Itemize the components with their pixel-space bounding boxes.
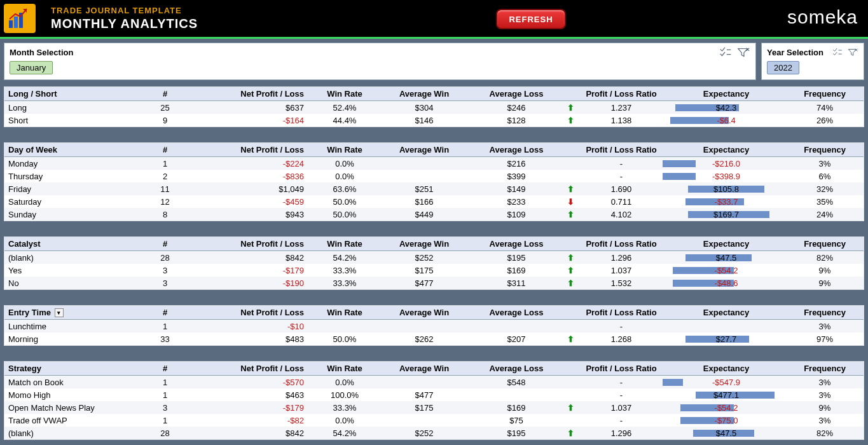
table-row[interactable]: Friday11$1,04963.6%$251$149⬆1.690$105.83… <box>4 182 864 195</box>
cell-aloss: $128 <box>472 116 561 125</box>
table-row[interactable]: Short9-$16444.4%$146$128⬆1.138-$6.426% <box>4 114 864 127</box>
cell-label: Short <box>4 116 141 125</box>
cell-freq: 26% <box>790 116 860 125</box>
multi-select-icon[interactable] <box>832 46 843 58</box>
table-row[interactable]: (blank)28$84254.2%$252$195⬆1.296$47.582% <box>4 251 864 264</box>
table-row[interactable]: Thursday2-$8360.0%$399--$398.96% <box>4 170 864 182</box>
col-pl: Profit / Loss Ratio <box>580 364 663 373</box>
col-exp: Expectancy <box>663 145 790 154</box>
month-slicer[interactable]: Month Selection January <box>4 43 756 80</box>
refresh-button[interactable]: REFRESH <box>496 9 566 29</box>
table-header: Day of Week#Net Profit / LossWin RateAve… <box>4 143 864 157</box>
table-header: Long / Short#Net Profit / LossWin RateAv… <box>4 87 864 101</box>
cell-count: 1 <box>141 159 189 168</box>
svg-rect-1 <box>14 17 18 28</box>
year-slicer[interactable]: Year Selection 2022 <box>761 43 864 80</box>
cell-win: 33.3% <box>313 278 376 288</box>
table-row[interactable]: Sunday8$94350.0%$449$109⬆4.102$169.724% <box>4 208 864 221</box>
cell-count: 33 <box>141 334 189 344</box>
col-aloss: Average Loss <box>472 364 561 373</box>
month-chip[interactable]: January <box>10 61 53 74</box>
table-row[interactable]: Monday1-$2240.0%$216--$216.03% <box>4 157 864 170</box>
cell-net: -$10 <box>189 322 313 331</box>
cell-pl: 1.296 <box>580 253 663 263</box>
col-win: Win Rate <box>313 239 376 249</box>
cell-freq: 6% <box>790 172 860 181</box>
cell-count: 9 <box>141 116 189 125</box>
cell-net: $1,049 <box>189 184 313 194</box>
cell-net: -$836 <box>189 172 313 181</box>
col-pl: Profit / Loss Ratio <box>580 145 663 154</box>
trend-up-icon: ⬆ <box>567 184 574 194</box>
cell-pl: 0.711 <box>580 197 663 207</box>
col-aloss: Average Loss <box>472 89 561 99</box>
cell-pl: - <box>580 378 663 387</box>
cell-win: 0.0% <box>313 378 376 387</box>
col-net: Net Profit / Loss <box>189 145 313 154</box>
cell-count: 3 <box>141 403 189 413</box>
col-win: Win Rate <box>313 364 376 373</box>
cell-exp: -$54.2 <box>663 266 790 275</box>
cell-exp: -$6.4 <box>663 116 790 125</box>
cell-win: 0.0% <box>313 159 376 168</box>
clear-filter-icon[interactable] <box>847 46 858 58</box>
table-row[interactable]: Trade off VWAP1-$820.0%$75--$75.03% <box>4 414 864 427</box>
table-row[interactable]: (blank)28$84254.2%$252$195⬆1.296$47.582% <box>4 427 864 439</box>
trend-up-icon: ⬆ <box>567 428 574 438</box>
trend-up-icon: ⬆ <box>567 210 574 219</box>
table-row[interactable]: Long25$63752.4%$304$246⬆1.237$42.374% <box>4 101 864 114</box>
col-win: Win Rate <box>313 145 376 154</box>
app-logo <box>4 4 36 33</box>
col-exp: Expectancy <box>663 364 790 373</box>
cell-label: Morning <box>4 334 141 344</box>
cell-exp: -$547.9 <box>663 378 790 387</box>
col-count: # <box>141 364 189 373</box>
dropdown-icon[interactable]: ▾ <box>55 308 64 317</box>
table-row[interactable]: Match on Book1-$5700.0%$548--$547.93% <box>4 376 864 388</box>
cell-aloss: $216 <box>472 159 561 168</box>
cell-label: (blank) <box>4 253 141 263</box>
table-row[interactable]: Momo High1$463100.0%$477-$477.13% <box>4 388 864 401</box>
col-category: Strategy <box>4 364 141 373</box>
trend-down-icon: ⬇ <box>567 197 574 207</box>
col-pl: Profit / Loss Ratio <box>580 308 663 317</box>
table-row[interactable]: Saturday12-$45950.0%$166$233⬇0.711-$33.7… <box>4 195 864 208</box>
col-aloss: Average Loss <box>472 145 561 154</box>
cell-net: $637 <box>189 103 313 113</box>
cell-win: 52.4% <box>313 103 376 113</box>
cell-win: 63.6% <box>313 184 376 194</box>
cell-count: 2 <box>141 172 189 181</box>
cell-count: 1 <box>141 322 189 331</box>
col-category: Day of Week <box>4 145 141 154</box>
cell-exp: -$54.2 <box>663 403 790 413</box>
col-freq: Frequency <box>790 308 860 317</box>
clear-filter-icon[interactable] <box>736 46 750 58</box>
cell-awin: $477 <box>376 278 472 288</box>
cell-awin: $252 <box>376 253 472 263</box>
analytics-section: Entry Time▾#Net Profit / LossWin RateAve… <box>4 305 864 346</box>
cell-net: -$224 <box>189 159 313 168</box>
table-row[interactable]: Morning33$48350.0%$262$207⬆1.268$27.797% <box>4 332 864 345</box>
analytics-section: Catalyst#Net Profit / LossWin RateAverag… <box>4 236 864 290</box>
year-chip[interactable]: 2022 <box>767 61 799 74</box>
col-net: Net Profit / Loss <box>189 239 313 249</box>
cell-win: 54.2% <box>313 253 376 263</box>
table-row[interactable]: Lunchtime1-$10-3% <box>4 320 864 332</box>
col-awin: Average Win <box>376 89 472 99</box>
cell-count: 3 <box>141 278 189 288</box>
multi-select-icon[interactable] <box>719 46 733 58</box>
cell-freq: 9% <box>790 278 860 288</box>
cell-count: 12 <box>141 197 189 207</box>
table-header: Catalyst#Net Profit / LossWin RateAverag… <box>4 237 864 251</box>
table-row[interactable]: No3-$19033.3%$477$311⬆1.532-$48.69% <box>4 277 864 289</box>
cell-trend: ⬆ <box>561 403 580 413</box>
trend-up-icon: ⬆ <box>567 266 574 275</box>
table-row[interactable]: Yes3-$17933.3%$175$169⬆1.037-$54.29% <box>4 264 864 277</box>
cell-pl: 1.296 <box>580 428 663 438</box>
col-awin: Average Win <box>376 308 472 317</box>
template-label: TRADE JOURNAL TEMPLATE <box>51 6 198 15</box>
table-row[interactable]: Open Match News Play3-$17933.3%$175$169⬆… <box>4 401 864 414</box>
cell-trend: ⬆ <box>561 428 580 438</box>
cell-awin: $262 <box>376 334 472 344</box>
cell-pl: - <box>580 159 663 168</box>
